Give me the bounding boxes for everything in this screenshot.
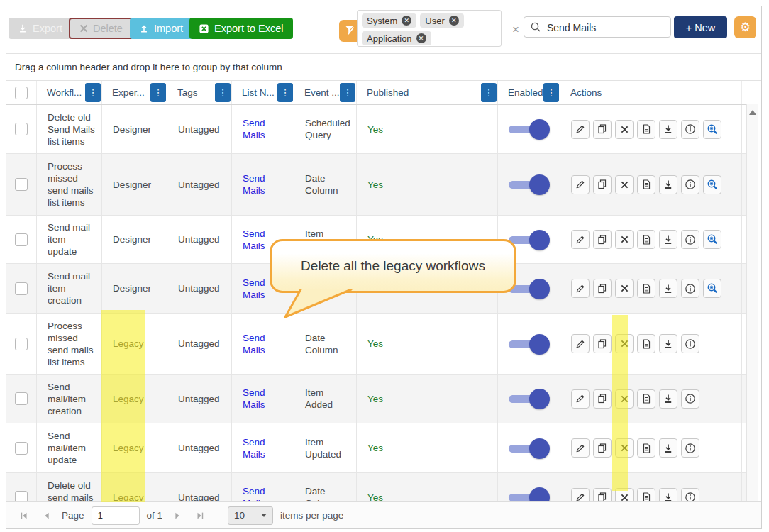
delete-action-button[interactable]: [615, 438, 634, 458]
download-action-button[interactable]: [659, 438, 677, 458]
row-checkbox[interactable]: [15, 282, 28, 295]
enabled-toggle[interactable]: [509, 174, 550, 195]
filter-chip[interactable]: User✕: [420, 13, 463, 28]
download-action-button[interactable]: [659, 120, 677, 139]
column-menu-icon[interactable]: ⋮: [150, 83, 166, 102]
preview-action-button[interactable]: [703, 120, 721, 139]
download-action-button[interactable]: [659, 389, 677, 409]
info-action-button[interactable]: [681, 389, 699, 409]
document-action-button[interactable]: [637, 120, 655, 139]
enabled-toggle[interactable]: [509, 118, 550, 140]
document-action-button[interactable]: [637, 230, 655, 249]
toggle-knob[interactable]: [529, 174, 550, 195]
info-action-button[interactable]: [681, 175, 699, 194]
chip-remove-icon[interactable]: ✕: [416, 33, 426, 43]
search-input[interactable]: [546, 18, 669, 38]
download-action-button[interactable]: [659, 175, 677, 194]
download-action-button[interactable]: [659, 230, 677, 249]
document-action-button[interactable]: [637, 438, 655, 458]
info-action-button[interactable]: [681, 230, 699, 249]
download-action-button[interactable]: [659, 334, 677, 353]
delete-button[interactable]: Delete: [69, 18, 133, 39]
toggle-knob[interactable]: [529, 119, 550, 140]
column-menu-icon[interactable]: ⋮: [340, 83, 355, 102]
document-action-button[interactable]: [637, 334, 655, 353]
copy-action-button[interactable]: [593, 389, 612, 409]
export-to-excel-button[interactable]: Export to Excel: [189, 18, 293, 39]
list-name-link[interactable]: Send Mails: [243, 117, 289, 141]
info-action-button[interactable]: [681, 334, 699, 353]
filter-chip[interactable]: Application✕: [362, 31, 431, 45]
column-menu-icon[interactable]: ⋮: [215, 83, 231, 102]
list-name-link[interactable]: Send Mails: [243, 436, 289, 460]
toggle-knob[interactable]: [529, 279, 550, 299]
delete-action-button[interactable]: [615, 230, 634, 249]
edit-action-button[interactable]: [571, 120, 590, 139]
delete-action-button[interactable]: [615, 279, 634, 298]
edit-action-button[interactable]: [571, 438, 590, 458]
delete-action-button[interactable]: [615, 175, 634, 194]
row-checkbox[interactable]: [15, 442, 28, 455]
delete-action-button[interactable]: [615, 334, 634, 353]
vertical-scrollbar[interactable]: [746, 104, 758, 521]
copy-action-button[interactable]: [593, 334, 612, 353]
copy-action-button[interactable]: [593, 175, 612, 194]
clear-filter-chips-icon[interactable]: ×: [512, 23, 519, 37]
document-action-button[interactable]: [637, 175, 655, 194]
preview-action-button[interactable]: [703, 279, 721, 298]
column-menu-icon[interactable]: ⋮: [543, 83, 559, 102]
edit-action-button[interactable]: [571, 175, 590, 194]
import-button[interactable]: Import: [130, 18, 192, 39]
document-action-button[interactable]: [637, 279, 655, 298]
delete-action-button[interactable]: [615, 389, 634, 409]
last-page-button[interactable]: [192, 508, 208, 523]
row-checkbox[interactable]: [15, 392, 28, 405]
items-per-page-select[interactable]: 10: [228, 506, 273, 525]
page-number-input[interactable]: [92, 506, 140, 525]
first-page-button[interactable]: [16, 508, 32, 523]
scroll-up-icon[interactable]: [749, 110, 756, 115]
toggle-knob[interactable]: [529, 334, 550, 355]
enabled-toggle[interactable]: [509, 388, 550, 409]
row-checkbox[interactable]: [15, 338, 28, 350]
group-drop-zone[interactable]: Drag a column header and drop it here to…: [6, 54, 761, 81]
enabled-toggle[interactable]: [509, 333, 550, 355]
document-action-button[interactable]: [637, 389, 655, 409]
copy-action-button[interactable]: [593, 279, 612, 298]
info-action-button[interactable]: [681, 279, 699, 298]
list-name-link[interactable]: Send Mails: [243, 387, 289, 411]
new-button[interactable]: + New: [674, 16, 727, 38]
export-button[interactable]: Export: [9, 18, 72, 39]
toggle-knob[interactable]: [529, 389, 550, 409]
enabled-toggle[interactable]: [509, 438, 550, 459]
list-name-link[interactable]: Send Mails: [243, 172, 289, 196]
settings-gear-button[interactable]: ⚙: [734, 16, 756, 38]
info-action-button[interactable]: [681, 438, 699, 458]
select-all-checkbox[interactable]: [15, 87, 28, 99]
row-checkbox[interactable]: [15, 233, 28, 246]
list-name-link[interactable]: Send Mails: [243, 332, 289, 356]
preview-action-button[interactable]: [703, 230, 721, 249]
previous-page-button[interactable]: [39, 508, 55, 523]
column-menu-icon[interactable]: ⋮: [85, 83, 101, 102]
toggle-knob[interactable]: [529, 438, 550, 459]
copy-action-button[interactable]: [593, 438, 612, 458]
row-checkbox[interactable]: [15, 123, 28, 135]
edit-action-button[interactable]: [571, 334, 590, 353]
column-menu-icon[interactable]: ⋮: [481, 83, 497, 102]
edit-action-button[interactable]: [571, 389, 590, 409]
row-checkbox[interactable]: [15, 178, 28, 191]
copy-action-button[interactable]: [593, 230, 612, 249]
info-action-button[interactable]: [681, 120, 699, 139]
download-action-button[interactable]: [659, 279, 677, 298]
edit-action-button[interactable]: [571, 279, 590, 298]
filter-chip[interactable]: System✕: [362, 13, 416, 28]
next-page-button[interactable]: [170, 508, 185, 523]
chip-remove-icon[interactable]: ✕: [402, 16, 411, 26]
edit-action-button[interactable]: [571, 230, 590, 249]
delete-action-button[interactable]: [615, 120, 634, 139]
preview-action-button[interactable]: [703, 175, 721, 194]
chip-remove-icon[interactable]: ✕: [449, 16, 459, 26]
column-menu-icon[interactable]: ⋮: [277, 83, 293, 102]
toggle-knob[interactable]: [529, 230, 550, 250]
